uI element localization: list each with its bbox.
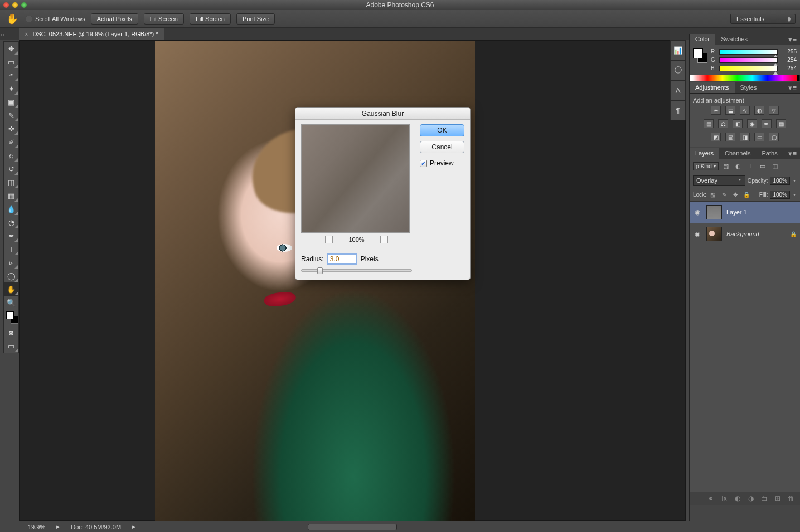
histogram-panel-icon[interactable]: 📊 [670,40,686,60]
tab-paths[interactable]: Paths [757,148,783,159]
curves-icon[interactable]: ∿ [740,106,750,115]
photo-filter-icon[interactable]: ◉ [747,119,757,128]
screen-mode-toggle[interactable]: ▭ [4,339,18,353]
new-fill-adjust-icon[interactable]: ◑ [745,495,757,502]
slider-knob-icon[interactable] [317,267,323,274]
fit-screen-button[interactable]: Fit Screen [144,13,184,25]
invert-icon[interactable]: ◩ [711,133,721,141]
foreground-color-swatch[interactable] [6,311,14,319]
healing-brush-tool[interactable]: ✜ [4,122,18,135]
color-spectrum-ramp[interactable] [690,75,800,81]
close-window-button[interactable] [3,2,9,8]
delete-layer-icon[interactable]: 🗑 [786,495,797,502]
layer-name[interactable]: Background [726,231,759,237]
zoom-tool[interactable]: 🔍 [4,296,18,309]
layer-row[interactable]: ◉ Background 🔒 [690,223,800,245]
levels-icon[interactable]: ⬓ [725,106,735,115]
lock-transparency-icon[interactable]: ▨ [709,191,717,199]
paragraph-panel-icon[interactable]: ¶ [670,100,686,120]
color-balance-icon[interactable]: ⚖ [718,119,728,128]
layer-filter-kind[interactable]: ρKind▾ [693,162,719,170]
filter-shape-icon[interactable]: ▭ [758,162,768,170]
g-slider[interactable] [719,57,778,63]
status-profile-icon[interactable]: ▸ [56,523,60,530]
layer-thumbnail[interactable] [706,205,722,219]
lasso-tool[interactable]: 𝄐 [4,69,18,82]
lock-all-icon[interactable]: 🔒 [742,191,751,199]
filter-type-icon[interactable]: T [745,162,755,170]
brush-tool[interactable]: ✐ [4,135,18,149]
filter-adjust-icon[interactable]: ◐ [733,162,743,170]
tab-styles[interactable]: Styles [735,82,763,93]
print-size-button[interactable]: Print Size [236,13,275,25]
layer-row[interactable]: ◉ Layer 1 [690,202,800,223]
info-panel-icon[interactable]: ⓘ [670,60,686,80]
cancel-button[interactable]: Cancel [420,141,464,153]
new-group-icon[interactable]: 🗀 [759,495,770,502]
color-swatch-pair[interactable] [693,48,707,63]
panel-menu-icon[interactable]: ▾≡ [785,148,800,159]
status-zoom[interactable]: 19.9% [28,524,45,530]
bw-icon[interactable]: ◧ [733,119,743,128]
color-lookup-icon[interactable]: ▦ [776,119,786,128]
opacity-value[interactable]: 100% [770,177,790,185]
horizontal-scrollbar[interactable] [308,524,397,530]
exposure-icon[interactable]: ◐ [754,106,764,115]
blend-mode-selector[interactable]: Overlay▾ [693,175,745,186]
r-value[interactable]: 255 [781,48,797,55]
radius-slider[interactable] [301,269,412,272]
actual-pixels-button[interactable]: Actual Pixels [91,13,138,25]
filter-preview[interactable] [301,124,410,233]
crop-tool[interactable]: ▣ [4,95,18,109]
panel-menu-icon[interactable]: ▾≡ [785,34,800,45]
fill-screen-button[interactable]: Fill Screen [190,13,231,25]
selective-color-icon[interactable]: ▢ [769,133,779,141]
tab-color[interactable]: Color [690,34,715,45]
minimize-window-button[interactable] [12,2,18,8]
status-docsize[interactable]: Doc: 40.5M/92.0M [71,524,121,530]
left-panel-grip-icon[interactable]: ▸▸ [1,32,6,36]
gradient-map-icon[interactable]: ▭ [754,133,764,141]
brightness-contrast-icon[interactable]: ☀ [711,106,721,115]
document-tab[interactable]: × DSC_0523.NEF @ 19.9% (Layer 1, RGB/8*)… [19,28,164,40]
eyedropper-tool[interactable]: ✎ [4,109,18,122]
r-slider[interactable] [719,49,778,55]
path-select-tool[interactable]: ▹ [4,256,18,269]
fg-swatch[interactable] [693,48,703,58]
close-tab-icon[interactable]: × [25,31,28,37]
quick-select-tool[interactable]: ✦ [4,82,18,95]
history-brush-tool[interactable]: ↺ [4,162,18,175]
hand-tool[interactable]: ✋ [4,282,18,296]
link-layers-icon[interactable]: ⚭ [705,495,716,502]
tab-adjustments[interactable]: Adjustments [690,82,735,93]
zoom-in-button[interactable]: + [380,236,388,243]
layer-thumbnail[interactable] [706,227,722,241]
scroll-all-windows-checkbox[interactable]: Scroll All Windows [26,16,85,22]
visibility-toggle-icon[interactable]: ◉ [693,230,702,238]
clone-stamp-tool[interactable]: ⎌ [4,149,18,162]
marquee-tool[interactable]: ▭ [4,55,18,69]
fill-stepper-icon[interactable]: ▾ [792,192,797,197]
type-tool[interactable]: T [4,242,18,256]
preview-checkbox[interactable]: ✓ Preview [420,159,464,167]
gradient-tool[interactable]: ▦ [4,189,18,202]
layer-mask-icon[interactable]: ◐ [732,495,743,502]
vibrance-icon[interactable]: ▽ [769,106,779,115]
fill-value[interactable]: 100% [770,191,790,199]
blur-tool[interactable]: 💧 [4,202,18,216]
panel-menu-icon[interactable]: ▾≡ [785,82,800,93]
layer-style-icon[interactable]: fx [719,495,730,502]
foreground-background-swatch[interactable] [4,309,18,326]
opacity-stepper-icon[interactable]: ▾ [792,178,797,183]
channel-mixer-icon[interactable]: ⩩ [762,119,772,128]
eraser-tool[interactable]: ◫ [4,175,18,189]
dialog-title[interactable]: Gaussian Blur [295,108,470,120]
tab-swatches[interactable]: Swatches [715,34,753,45]
b-slider[interactable] [719,66,778,71]
new-layer-icon[interactable]: ⊞ [772,495,783,502]
zoom-window-button[interactable] [21,2,27,8]
filter-smart-icon[interactable]: ◫ [770,162,780,170]
posterize-icon[interactable]: ▨ [725,133,735,141]
visibility-toggle-icon[interactable]: ◉ [693,208,702,216]
zoom-out-button[interactable]: − [325,236,333,243]
